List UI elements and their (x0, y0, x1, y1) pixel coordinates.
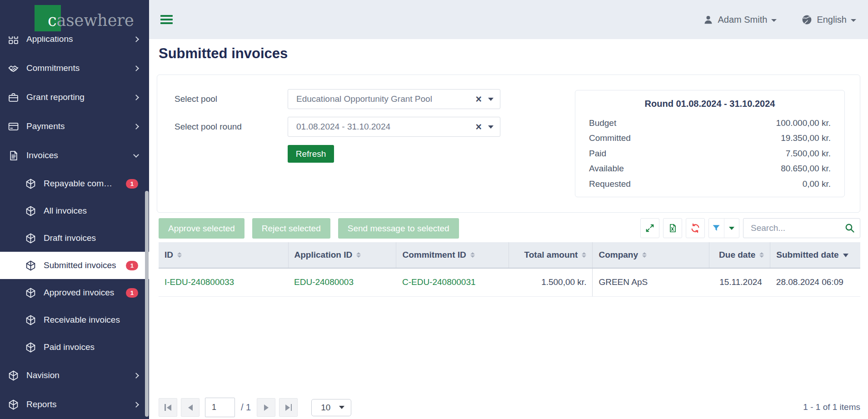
export-excel-button[interactable] (663, 218, 682, 238)
user-menu[interactable]: Adam Smith (703, 15, 777, 25)
user-name: Adam Smith (718, 15, 767, 25)
sidebar: casewhere Applications Commitments Grant… (0, 0, 149, 419)
previous-page-button[interactable] (181, 398, 200, 417)
sort-icon (470, 252, 475, 258)
sidebar-item-label: Repayable commitm... (44, 179, 119, 189)
user-icon (703, 15, 713, 25)
approve-selected-button[interactable]: Approve selected (159, 218, 244, 239)
send-message-button[interactable]: Send message to selected (338, 218, 459, 239)
chevron-right-icon (133, 373, 139, 379)
reload-grid-button[interactable] (686, 218, 705, 238)
column-label: Application ID (294, 250, 353, 260)
sidebar-item-label: Draft invoices (44, 233, 96, 243)
filter-button-group (708, 218, 739, 238)
column-header-commitment-id[interactable]: Commitment ID (396, 242, 509, 268)
package-icon (25, 232, 36, 244)
next-page-button[interactable] (257, 398, 275, 417)
hamburger-menu-icon[interactable] (160, 15, 173, 24)
sidebar-item-navision[interactable]: Navision (0, 361, 149, 390)
sidebar-item-grant-reporting[interactable]: Grant reporting (0, 83, 149, 112)
sidebar-item-label: Payments (26, 121, 65, 131)
first-page-button[interactable] (159, 398, 177, 417)
sidebar-item-repayable-commitments[interactable]: Repayable commitm... 1 (0, 170, 149, 197)
pool-round-select[interactable]: 01.08.2024 - 31.10.2024 × (288, 117, 500, 137)
sidebar-item-reports[interactable]: Reports (0, 390, 149, 419)
sidebar-nav: Applications Commitments Grant reporting… (0, 36, 149, 419)
table-header-row: ID Application ID Commitment ID Total am… (159, 242, 860, 268)
package-icon (7, 369, 19, 381)
sidebar-item-label: Invoices (26, 150, 58, 160)
notification-badge: 1 (126, 288, 138, 298)
refresh-button[interactable]: Refresh (288, 145, 334, 163)
sidebar-item-invoices[interactable]: Invoices (0, 141, 149, 170)
page-size-select[interactable]: 10 (311, 399, 351, 416)
sidebar-item-payments[interactable]: Payments (0, 112, 149, 141)
sidebar-item-draft-invoices[interactable]: Draft invoices (0, 224, 149, 252)
refresh-icon (690, 223, 700, 233)
invoice-id-link[interactable]: I-EDU-240800033 (159, 268, 288, 296)
column-header-due-date[interactable]: Due date (709, 242, 770, 268)
column-header-id[interactable]: ID (159, 242, 288, 268)
company-cell: GREEN ApS (593, 268, 709, 296)
previous-page-icon (188, 404, 193, 411)
sidebar-item-commitments[interactable]: Commitments (0, 54, 149, 83)
filter-panel: Select pool Educational Opportunity Gran… (157, 75, 860, 213)
sidebar-item-label: Applications (26, 36, 73, 44)
language-label: English (817, 15, 847, 25)
caret-down-icon (851, 19, 856, 22)
chevron-right-icon (133, 402, 139, 408)
caret-down-icon[interactable] (488, 125, 494, 129)
clear-icon[interactable]: × (476, 122, 482, 132)
sidebar-item-applications[interactable]: Applications (0, 36, 149, 54)
sidebar-item-receivable-invoices[interactable]: Receivable invoices (0, 306, 149, 334)
sort-icon (642, 252, 647, 258)
sidebar-item-label: All invoices (44, 206, 87, 216)
commitment-id-link[interactable]: C-EDU-240800031 (396, 268, 509, 296)
column-header-submitted-date[interactable]: Submitted date (770, 242, 860, 268)
column-label: Due date (719, 250, 755, 260)
sidebar-scrollbar[interactable] (145, 191, 149, 417)
package-icon (25, 259, 36, 271)
column-header-application-id[interactable]: Application ID (288, 242, 396, 268)
summary-row-committed: Committed19.350,00 kr. (589, 131, 831, 146)
total-pages-label: / 1 (241, 402, 251, 413)
caret-down-icon (729, 227, 734, 230)
column-label: Total amount (524, 250, 578, 260)
sidebar-item-label: Grant reporting (26, 92, 85, 102)
submitted-date-cell: 28.08.2024 06:09 (770, 268, 860, 296)
pool-select[interactable]: Educational Opportunity Grant Pool × (288, 89, 500, 109)
column-label: Company (599, 250, 638, 260)
reject-selected-button[interactable]: Reject selected (252, 218, 330, 239)
summary-value: 0,00 kr. (803, 179, 831, 189)
last-page-button[interactable] (279, 398, 298, 417)
page-number-input[interactable] (205, 398, 235, 417)
summary-label: Budget (589, 118, 616, 128)
filter-options-button[interactable] (724, 219, 739, 238)
search-input[interactable] (743, 218, 860, 238)
sidebar-item-paid-invoices[interactable]: Paid invoices (0, 334, 149, 361)
column-header-total-amount[interactable]: Total amount (509, 242, 593, 268)
package-icon (25, 178, 36, 190)
sidebar-item-all-invoices[interactable]: All invoices (0, 197, 149, 224)
sidebar-item-submitted-invoices[interactable]: Submitted invoices 1 (0, 252, 149, 279)
round-summary-box: Round 01.08.2024 - 31.10.2024 Budget100.… (575, 90, 845, 197)
summary-value: 19.350,00 kr. (781, 133, 831, 143)
caret-down-icon (339, 406, 344, 409)
notification-badge: 1 (126, 179, 138, 189)
application-id-link[interactable]: EDU-24080003 (288, 268, 396, 296)
expand-button[interactable] (640, 218, 659, 238)
search-box (743, 218, 860, 238)
caret-down-icon[interactable] (488, 98, 494, 101)
column-header-company[interactable]: Company (593, 242, 709, 268)
clear-icon[interactable]: × (476, 94, 482, 105)
search-icon[interactable] (844, 223, 855, 234)
column-label: ID (165, 250, 173, 260)
package-icon (25, 287, 36, 299)
sidebar-item-label: Approved invoices (44, 288, 114, 298)
language-menu[interactable]: English (801, 14, 856, 25)
sort-icon (356, 252, 361, 258)
logo: casewhere (0, 0, 149, 36)
sidebar-item-approved-invoices[interactable]: Approved invoices 1 (0, 279, 149, 306)
filter-button[interactable] (709, 219, 724, 238)
chevron-right-icon (133, 36, 139, 42)
